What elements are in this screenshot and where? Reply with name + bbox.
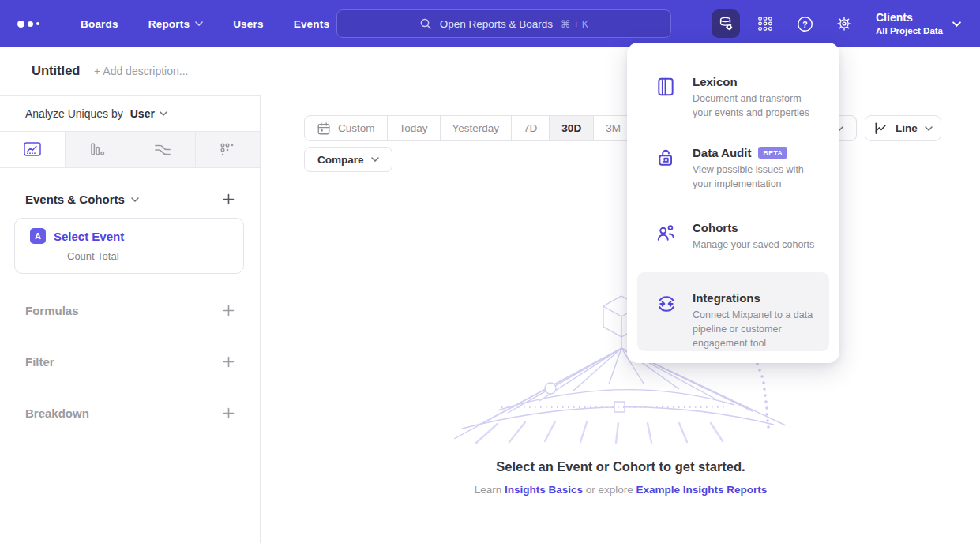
range-30d-selected[interactable]: 30D — [549, 116, 593, 140]
add-breakdown-button[interactable] — [221, 406, 236, 421]
chevron-down-icon — [371, 157, 379, 162]
range-custom[interactable]: Custom — [305, 116, 387, 140]
plus-icon — [223, 193, 235, 205]
event-letter-badge: A — [30, 228, 46, 244]
menu-item-lexicon[interactable]: Lexicon Document and transform your even… — [637, 67, 829, 129]
filter-label: Filter — [25, 355, 54, 369]
plus-icon — [223, 407, 235, 419]
breakdown-label: Breakdown — [25, 406, 89, 420]
event-card[interactable]: A Select Event Count Total — [14, 218, 244, 274]
search-placeholder: Open Reports & Boards — [440, 18, 553, 30]
mixpanel-insights-app: Boards Reports Users Events Open Reports… — [0, 0, 980, 543]
apps-grid-icon — [757, 15, 774, 32]
project-scope: All Project Data — [876, 25, 943, 37]
analyze-label: Analyze Uniques by — [25, 107, 123, 120]
add-event-button[interactable] — [221, 192, 236, 207]
help-button[interactable]: ? — [790, 9, 819, 38]
book-icon — [655, 77, 676, 97]
date-range-control: Custom Today Yesterday 7D 30D 3M 6M — [304, 115, 673, 141]
project-name: Clients — [876, 10, 943, 24]
select-event-label[interactable]: Select Event — [54, 230, 124, 243]
example-reports-link[interactable]: Example Insights Reports — [636, 484, 768, 496]
search-icon — [419, 17, 432, 30]
tab-retention[interactable] — [195, 132, 261, 167]
analyze-by-dropdown[interactable]: User — [130, 107, 167, 120]
audit-lock-icon — [655, 148, 676, 168]
formulas-label: Formulas — [25, 304, 79, 317]
report-canvas: Custom Today Yesterday 7D 30D 3M 6M Comp… — [261, 95, 980, 543]
chevron-down-icon — [131, 197, 139, 202]
menu-item-cohorts[interactable]: Cohorts Manage your saved cohorts — [637, 213, 829, 260]
chevron-down-icon — [952, 21, 961, 27]
events-cohorts-dropdown[interactable]: Events & Cohorts — [25, 193, 139, 206]
line-chart-icon — [873, 121, 888, 136]
project-switcher[interactable]: Clients All Project Data — [876, 10, 961, 36]
events-cohorts-header: Events & Cohorts — [0, 192, 260, 207]
empty-middle-text: or explore — [583, 484, 636, 496]
range-today[interactable]: Today — [387, 116, 440, 140]
primary-nav: Boards Reports Users Events — [81, 18, 329, 30]
chevron-down-icon — [925, 126, 933, 131]
beta-badge: BETA — [758, 147, 787, 159]
chart-type-button[interactable]: Line — [865, 115, 941, 141]
mixpanel-logo[interactable] — [17, 21, 54, 28]
svg-text:?: ? — [802, 19, 808, 28]
empty-learn-prefix: Learn — [475, 484, 505, 496]
nav-boards[interactable]: Boards — [81, 18, 118, 30]
menu-item-integrations[interactable]: Integrations Connect Mixpanel to a data … — [637, 272, 829, 351]
menu-item-data-audit[interactable]: Data AuditBETA View possible issues with… — [637, 138, 829, 200]
data-management-button[interactable] — [712, 9, 740, 38]
chevron-down-icon — [160, 111, 167, 116]
plus-icon — [223, 356, 235, 368]
flow-icon — [153, 142, 172, 158]
nav-reports[interactable]: Reports — [148, 18, 203, 30]
settings-button[interactable] — [830, 9, 858, 38]
cohorts-people-icon — [655, 223, 676, 243]
search-input[interactable]: Open Reports & Boards ⌘ + K — [336, 9, 671, 38]
chevron-down-icon — [195, 21, 203, 26]
data-management-dropdown: Lexicon Document and transform your even… — [627, 43, 839, 363]
event-metric[interactable]: Count Total — [67, 250, 232, 262]
insights-line-icon — [23, 141, 42, 159]
search-shortcut: ⌘ + K — [561, 18, 588, 30]
empty-state-links: Learn Insights Basics or explore Example… — [261, 484, 980, 496]
filter-row: Filter — [0, 354, 260, 369]
report-title[interactable]: Untitled — [32, 63, 80, 78]
nav-events[interactable]: Events — [294, 18, 329, 30]
tab-bar-chart[interactable] — [65, 132, 130, 167]
empty-state-title: Select an Event or Cohort to get started… — [261, 459, 980, 474]
tab-flow[interactable] — [130, 132, 195, 167]
add-filter-button[interactable] — [221, 354, 236, 369]
query-builder-sidebar: Analyze Uniques by User — [0, 95, 261, 543]
settings-gear-icon — [835, 15, 853, 32]
integrations-arrows-icon — [655, 293, 678, 315]
compare-button[interactable]: Compare — [304, 147, 392, 172]
calendar-icon — [317, 122, 331, 136]
chart-type-tabs — [0, 132, 260, 168]
range-7d[interactable]: 7D — [511, 116, 549, 140]
retention-dots-icon — [219, 141, 236, 159]
database-gear-icon — [717, 15, 734, 32]
apps-grid-button[interactable] — [751, 9, 779, 38]
bar-chart-icon — [88, 141, 106, 159]
breakdown-row: Breakdown — [0, 406, 260, 421]
top-navigation-bar: Boards Reports Users Events Open Reports… — [0, 0, 980, 47]
range-yesterday[interactable]: Yesterday — [440, 116, 512, 140]
add-formula-button[interactable] — [221, 303, 236, 318]
add-description-field[interactable]: + Add description... — [94, 65, 188, 77]
nav-users[interactable]: Users — [233, 18, 264, 30]
plus-icon — [223, 305, 235, 316]
analyze-row: Analyze Uniques by User — [0, 96, 260, 132]
tab-insights-line[interactable] — [0, 132, 65, 167]
help-icon: ? — [796, 15, 814, 33]
insights-basics-link[interactable]: Insights Basics — [505, 484, 583, 496]
formulas-row: Formulas — [0, 303, 260, 318]
